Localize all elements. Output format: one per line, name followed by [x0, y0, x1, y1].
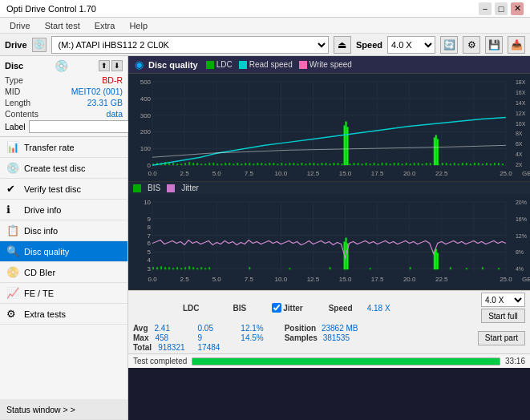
refresh-button[interactable]: 🔄 — [440, 36, 458, 54]
samples-label: Samples — [285, 333, 318, 342]
jitter-legend-label: Jitter — [181, 184, 199, 192]
ldc-legend-dot — [206, 61, 214, 69]
menu-extra[interactable]: Extra — [88, 19, 122, 32]
time-display: 33:16 — [505, 357, 525, 365]
svg-rect-119 — [426, 163, 427, 165]
nav-fe-te[interactable]: 📈 FE / TE — [0, 283, 127, 304]
chart-bottom: 10 9 8 7 6 5 4 3 20% 16% 12% 8% 4% 0.0 2… — [128, 194, 530, 290]
svg-rect-130 — [474, 163, 475, 165]
svg-rect-118 — [422, 164, 423, 165]
svg-rect-70 — [249, 163, 250, 165]
jitter-col-header: Jitter — [283, 304, 302, 313]
close-button[interactable]: ✕ — [511, 2, 524, 15]
speed-select-drive[interactable]: 4.0 X — [387, 36, 435, 54]
drive-select[interactable]: (M:) ATAPI iHBS112 2 CL0K — [51, 36, 329, 54]
nav-cd-bier-label: CD BIer — [24, 268, 55, 277]
svg-text:2.5: 2.5 — [180, 276, 190, 283]
label-input[interactable] — [29, 120, 136, 133]
svg-text:8X: 8X — [516, 131, 523, 136]
svg-rect-200 — [204, 268, 206, 269]
nav-status-window[interactable]: Status window > > — [0, 399, 127, 420]
svg-rect-95 — [325, 163, 326, 165]
nav-extra-tests[interactable]: ⚙ Extra tests — [0, 304, 127, 325]
eject-button[interactable]: ⏏ — [334, 36, 351, 54]
speed-select-stats[interactable]: 4.0 X — [481, 293, 525, 307]
svg-rect-132 — [482, 164, 483, 165]
nav-disc-quality[interactable]: 🔍 Disc quality — [0, 241, 127, 262]
svg-text:9: 9 — [148, 216, 152, 223]
svg-rect-109 — [386, 163, 387, 165]
max-jitter: 14.5% — [241, 333, 263, 342]
svg-rect-115 — [410, 164, 411, 165]
svg-text:6X: 6X — [516, 141, 523, 147]
progress-bar-fill — [192, 358, 500, 365]
svg-text:2X: 2X — [516, 162, 523, 168]
ldc-col-header: LDC — [183, 304, 200, 313]
main-area: Disc 💿 ⬆ ⬇ Type BD-R MID MEIT02 (001) Le… — [0, 56, 530, 420]
position-label: Position — [285, 324, 316, 333]
disc-panel: Disc 💿 ⬆ ⬇ Type BD-R MID MEIT02 (001) Le… — [0, 56, 127, 137]
svg-rect-87 — [293, 163, 294, 165]
jitter-checkbox[interactable] — [272, 303, 281, 313]
svg-text:22.5: 22.5 — [435, 276, 448, 283]
speed-value-display: 4.18 X — [367, 304, 390, 313]
menu-help[interactable]: Help — [123, 19, 154, 32]
disc-btn-1[interactable]: ⬆ — [99, 60, 110, 71]
save-button[interactable]: 📥 — [508, 36, 525, 54]
svg-rect-81 — [347, 127, 349, 166]
start-full-button[interactable]: Start full — [481, 309, 525, 323]
svg-text:15.0: 15.0 — [339, 276, 352, 283]
minimize-button[interactable]: − — [479, 2, 492, 15]
svg-rect-68 — [241, 164, 242, 165]
titlebar: Opti Drive Control 1.70 − □ ✕ — [0, 0, 530, 18]
samples-value: 381535 — [323, 333, 350, 342]
sidebar: Disc 💿 ⬆ ⬇ Type BD-R MID MEIT02 (001) Le… — [0, 56, 128, 420]
disc-info-icon: 📋 — [6, 224, 19, 236]
menu-drive[interactable]: Drive — [3, 19, 37, 32]
nav-create-test-disc[interactable]: 💿 Create test disc — [0, 158, 127, 179]
svg-rect-91 — [309, 163, 310, 165]
status-window-label: Status window > > — [6, 405, 75, 414]
create-test-icon: 💿 — [6, 162, 19, 174]
svg-text:5.0: 5.0 — [212, 170, 222, 177]
avg-jitter: 12.1% — [241, 324, 263, 333]
svg-text:300: 300 — [140, 112, 152, 119]
svg-rect-71 — [253, 164, 254, 165]
write-speed-legend-dot — [299, 61, 307, 69]
read-speed-legend-label: Read speed — [249, 60, 293, 69]
svg-rect-136 — [498, 163, 500, 165]
drive-info-icon: ℹ — [6, 204, 19, 216]
app-title: Opti Drive Control 1.70 — [6, 4, 96, 14]
svg-rect-204 — [330, 267, 331, 269]
svg-rect-209 — [482, 267, 483, 269]
svg-rect-185 — [168, 267, 170, 269]
svg-rect-106 — [374, 163, 375, 165]
svg-rect-131 — [478, 163, 479, 165]
nav-drive-info[interactable]: ℹ Drive info — [0, 200, 127, 220]
svg-rect-92 — [313, 163, 314, 165]
nav-cd-bier[interactable]: 📀 CD BIer — [0, 262, 127, 283]
nav-disc-info[interactable]: 📋 Disc info — [0, 220, 127, 241]
disc-btn-2[interactable]: ⬇ — [111, 60, 123, 71]
chart-top-svg: 500 400 300 200 100 0 0.0 2.5 5.0 7.5 10… — [128, 74, 530, 181]
stats-row-headers: LDC BIS Jitter Speed 4.18 X 4.0 X — [133, 293, 525, 323]
maximize-button[interactable]: □ — [495, 2, 508, 15]
bis-jitter-legend: BIS Jitter — [128, 182, 530, 194]
svg-rect-199 — [437, 252, 439, 269]
svg-rect-112 — [398, 163, 399, 165]
svg-rect-107 — [378, 164, 379, 165]
settings-button[interactable]: ⚙ — [463, 36, 480, 54]
nav-transfer-rate[interactable]: 📊 Transfer rate — [0, 137, 127, 158]
status-text: Test completed — [133, 357, 187, 365]
menu-start-test[interactable]: Start test — [38, 19, 87, 32]
svg-rect-127 — [462, 163, 463, 165]
svg-text:17.5: 17.5 — [371, 170, 384, 177]
bis-legend-dot — [133, 184, 141, 192]
start-part-button[interactable]: Start part — [478, 331, 525, 345]
svg-rect-53 — [180, 164, 182, 165]
svg-rect-207 — [450, 267, 451, 269]
svg-rect-101 — [354, 163, 355, 165]
write-button[interactable]: 💾 — [485, 36, 503, 54]
svg-rect-97 — [334, 163, 335, 165]
nav-verify-test-disc[interactable]: ✔ Verify test disc — [0, 179, 127, 200]
